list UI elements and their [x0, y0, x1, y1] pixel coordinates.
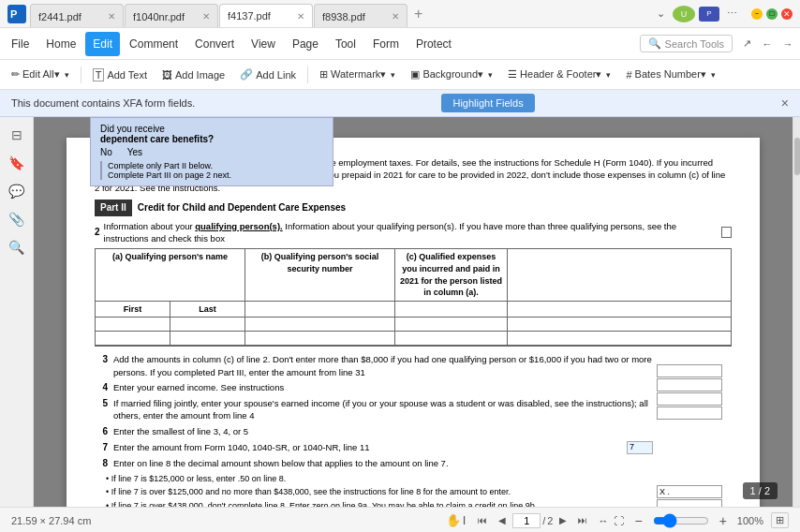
- search-icon: 🔍: [648, 37, 661, 50]
- bullet1: • If line 7 is $125,000 or less, enter .…: [106, 473, 653, 485]
- menu-edit[interactable]: Edit: [85, 32, 120, 56]
- dropdown-icon[interactable]: ⌄: [652, 6, 669, 22]
- close-button[interactable]: ✕: [781, 8, 793, 20]
- window-controls: － □ ✕: [751, 8, 793, 20]
- edit-icon: ✏: [11, 68, 20, 81]
- search-tools[interactable]: 🔍 Search Tools: [640, 35, 733, 52]
- image-icon: 🖼: [162, 69, 172, 81]
- add-image-button[interactable]: 🖼 Add Image: [156, 64, 230, 86]
- edit-all-button[interactable]: ✏ Edit All▾: [6, 64, 75, 86]
- page-number-input[interactable]: [512, 513, 541, 528]
- line7: 7 Enter the amount from Form 1040, 1040-…: [95, 441, 653, 454]
- tab-label: f1040nr.pdf: [133, 11, 185, 22]
- tabs-area: f2441.pdf ✕ f1040nr.pdf ✕ f4137.pdf ✕ f8…: [30, 0, 652, 27]
- sidebar-bookmark-icon[interactable]: 🔖: [7, 153, 27, 173]
- callout-instructions: Complete only Part II below. Complete Pa…: [100, 161, 323, 180]
- add-text-button[interactable]: T Add Text: [87, 64, 153, 86]
- menu-comment[interactable]: Comment: [122, 32, 185, 56]
- toolbar: ✏ Edit All▾ T Add Text 🖼 Add Image 🔗 Add…: [0, 60, 800, 90]
- zoom-slider[interactable]: [653, 513, 709, 528]
- box-3: [657, 364, 722, 377]
- highlight-fields-button[interactable]: Highlight Fields: [441, 94, 534, 112]
- app-icon: P: [7, 5, 26, 23]
- menu-home[interactable]: Home: [38, 32, 83, 56]
- tab-label: f2441.pdf: [38, 11, 81, 22]
- scrollbar[interactable]: [793, 117, 800, 507]
- title-bar: P f2441.pdf ✕ f1040nr.pdf ✕ f4137.pdf ✕ …: [0, 0, 800, 28]
- tab-close-icon[interactable]: ✕: [392, 11, 399, 22]
- header-footer-button[interactable]: ☰ Header & Footer▾: [502, 64, 616, 86]
- prev-page-button[interactable]: ◀: [494, 513, 511, 527]
- svg-text:P: P: [10, 8, 17, 20]
- watermark-button[interactable]: ⊞ Watermark▾: [314, 64, 401, 86]
- part2-title: Credit for Child and Dependent Care Expe…: [138, 201, 346, 214]
- left-sidebar: ⊟ 🔖 💬 📎 🔍: [0, 117, 34, 507]
- zoom-level: 100%: [737, 515, 763, 526]
- back-icon[interactable]: ←: [759, 36, 776, 52]
- menu-page[interactable]: Page: [285, 32, 326, 56]
- text-select-icon[interactable]: I: [463, 513, 467, 527]
- tab-label: f8938.pdf: [322, 11, 365, 22]
- bullet2: • If line 7 is over $125,000 and no more…: [106, 486, 653, 498]
- tab-f4137[interactable]: f4137.pdf ✕: [219, 4, 313, 27]
- pro-badge: P: [699, 7, 719, 22]
- separator: [307, 66, 308, 83]
- document-page: Caution: If the care was provided in you…: [67, 138, 760, 507]
- document-area: Did you receive dependent care benefits?…: [34, 117, 793, 507]
- line7-input[interactable]: 7: [627, 441, 653, 454]
- scroll-thumb[interactable]: [794, 138, 800, 175]
- user-avatar[interactable]: U: [673, 6, 695, 22]
- sidebar-search-icon[interactable]: 🔍: [7, 237, 27, 258]
- sidebar-pages-icon[interactable]: ⊟: [7, 125, 27, 145]
- right-boxes: X .: [657, 350, 732, 507]
- minimize-button[interactable]: －: [751, 8, 763, 20]
- last-page-button[interactable]: ⏭: [573, 513, 592, 527]
- box-9a: [657, 499, 722, 507]
- notification-text: This document contains XFA form fields.: [11, 97, 195, 109]
- fit-width-icon[interactable]: ↔: [598, 515, 608, 526]
- search-placeholder: Search Tools: [665, 38, 724, 50]
- page-separator: /: [542, 515, 545, 526]
- hand-tool-icon[interactable]: ✋: [446, 513, 461, 527]
- tab-f2441[interactable]: f2441.pdf ✕: [30, 4, 124, 27]
- menu-file[interactable]: File: [4, 32, 37, 56]
- menu-protect[interactable]: Protect: [408, 32, 459, 56]
- checkbox[interactable]: [721, 227, 732, 238]
- more-options-icon[interactable]: ⋯: [723, 6, 740, 22]
- watermark-icon: ⊞: [319, 68, 328, 81]
- external-link-icon[interactable]: ↗: [738, 36, 755, 52]
- tab-close-icon[interactable]: ✕: [202, 11, 210, 22]
- menu-bar: File Home Edit Comment Convert View Page…: [0, 28, 800, 60]
- zoom-in-button[interactable]: +: [717, 513, 730, 528]
- restore-button[interactable]: □: [766, 8, 778, 20]
- add-link-button[interactable]: 🔗 Add Link: [234, 64, 302, 86]
- background-button[interactable]: ▣ Background▾: [405, 64, 498, 86]
- next-page-button[interactable]: ▶: [555, 513, 571, 527]
- first-page-button[interactable]: ⏮: [473, 513, 492, 527]
- sidebar-attachment-icon[interactable]: 📎: [7, 209, 27, 229]
- fit-page-icon[interactable]: ⛶: [614, 515, 624, 526]
- tab-close-icon[interactable]: ✕: [297, 11, 304, 22]
- tab-f8938[interactable]: f8938.pdf ✕: [314, 4, 407, 27]
- fit-mode-button[interactable]: ⊞: [771, 512, 789, 528]
- sidebar-comment-icon[interactable]: 💬: [7, 181, 27, 201]
- zoom-out-button[interactable]: −: [631, 513, 644, 528]
- tab-close-icon[interactable]: ✕: [108, 11, 115, 22]
- callout-options: No Yes: [100, 147, 323, 157]
- line5: 5 If married filing jointly, enter your …: [95, 397, 653, 422]
- lines-area: 3 Add the amounts in column (c) of line …: [95, 350, 732, 507]
- menu-view[interactable]: View: [244, 32, 283, 56]
- menu-convert[interactable]: Convert: [187, 32, 242, 56]
- line6: 6 Enter the smallest of line 3, 4, or 5: [95, 425, 653, 438]
- notification-close-button[interactable]: ×: [781, 96, 789, 111]
- table-header: (a) Qualifying person's name (b) Qualify…: [96, 249, 731, 301]
- new-tab-button[interactable]: +: [408, 6, 428, 22]
- menu-tool[interactable]: Tool: [328, 32, 363, 56]
- forward-icon[interactable]: →: [779, 36, 796, 52]
- callout-question: Did you receive dependent care benefits?: [100, 124, 323, 144]
- title-actions: ⌄ U P ⋯ － □ ✕: [652, 6, 793, 22]
- menu-form[interactable]: Form: [365, 32, 407, 56]
- bates-number-button[interactable]: # Bates Number▾: [620, 64, 720, 86]
- tab-f1040nr[interactable]: f1040nr.pdf ✕: [125, 4, 218, 27]
- box-5: [657, 392, 722, 406]
